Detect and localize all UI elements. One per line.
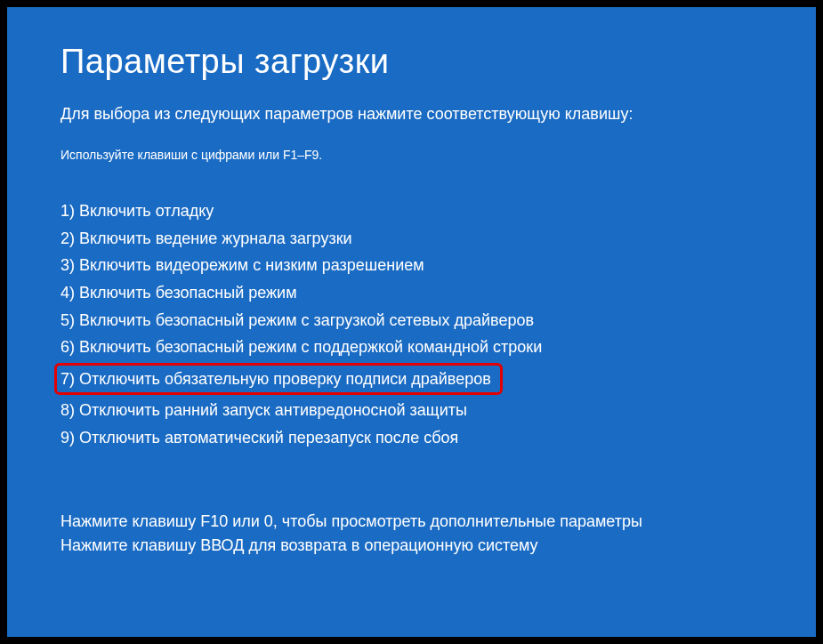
subinstruction-text: Используйте клавиши с цифрами или F1–F9. xyxy=(61,148,762,162)
option-4[interactable]: 4) Включить безопасный режим xyxy=(61,279,762,307)
option-2[interactable]: 2) Включить ведение журнала загрузки xyxy=(61,225,762,253)
option-9[interactable]: 9) Отключить автоматический перезапуск п… xyxy=(61,424,762,452)
option-1[interactable]: 1) Включить отладку xyxy=(61,197,762,225)
instruction-text: Для выбора из следующих параметров нажми… xyxy=(61,103,762,125)
footer-line-1: Нажмите клавишу F10 или 0, чтобы просмот… xyxy=(61,510,762,534)
option-8[interactable]: 8) Отключить ранний запуск антивредоносн… xyxy=(61,397,762,424)
options-list: 1) Включить отладку 2) Включить ведение … xyxy=(61,197,762,451)
footer-instructions: Нажмите клавишу F10 или 0, чтобы просмот… xyxy=(61,510,762,558)
footer-line-2: Нажмите клавишу ВВОД для возврата в опер… xyxy=(61,534,762,558)
option-5[interactable]: 5) Включить безопасный режим с загрузкой… xyxy=(61,307,762,334)
page-title: Параметры загрузки xyxy=(61,43,762,81)
startup-settings-screen: Параметры загрузки Для выбора из следующ… xyxy=(7,7,816,637)
option-7-highlighted[interactable]: 7) Отключить обязательную проверку подпи… xyxy=(54,363,503,396)
option-3[interactable]: 3) Включить видеорежим с низким разрешен… xyxy=(61,252,762,279)
option-6[interactable]: 6) Включить безопасный режим с поддержко… xyxy=(61,334,762,361)
